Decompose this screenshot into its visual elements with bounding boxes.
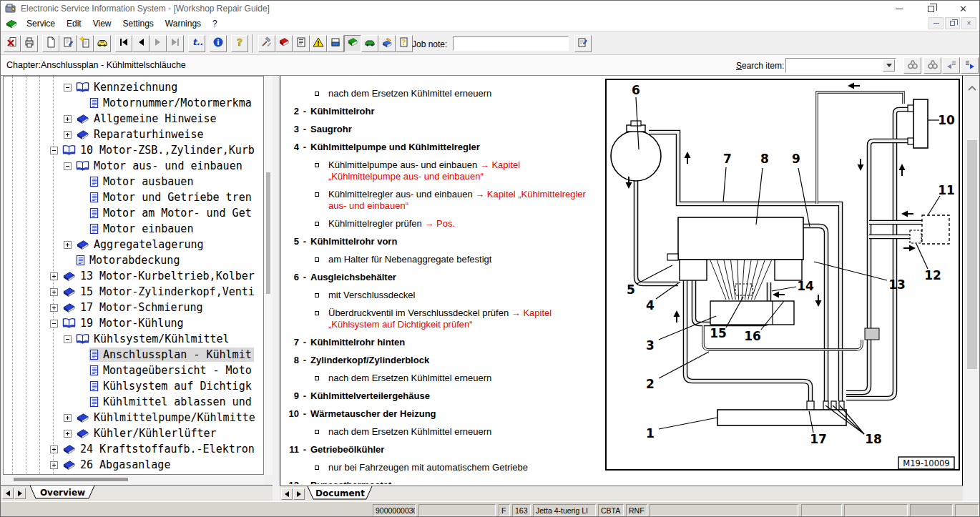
new-document-button[interactable] xyxy=(42,35,59,52)
tree-expander-plus[interactable] xyxy=(64,131,72,139)
tree-expander-plus[interactable] xyxy=(64,241,72,249)
tree-item[interactable]: 17 Motor-Schmierung xyxy=(4,300,263,315)
trace-button[interactable]: t.. xyxy=(188,35,205,52)
menu-warnings[interactable]: Warnings xyxy=(160,17,207,30)
tree-expander-plus[interactable] xyxy=(64,115,72,123)
last-record-button[interactable] xyxy=(167,35,184,52)
previous-hit-button[interactable] xyxy=(942,57,960,74)
tree-item[interactable]: Kennzeichnung xyxy=(4,79,263,95)
tree-item[interactable]: Kühlmittelpumpe/Kühlmitte xyxy=(4,410,263,425)
next-hit-button[interactable] xyxy=(961,57,979,74)
tree-expander-plus[interactable] xyxy=(50,304,58,312)
window-restore-button[interactable] xyxy=(915,1,947,16)
info-button[interactable]: i xyxy=(210,35,227,52)
tree-horizontal-scrollbar[interactable] xyxy=(1,475,264,485)
tree-expander-plus[interactable] xyxy=(64,414,72,422)
tree-expander-plus[interactable] xyxy=(50,272,58,280)
tree-item[interactable]: Motorabdeckung xyxy=(4,252,263,268)
tree-item[interactable]: 13 Motor-Kurbeltrieb,Kolber xyxy=(4,268,263,284)
workshop-guide-button[interactable] xyxy=(344,35,361,52)
tree-item[interactable]: Reparaturhinweise xyxy=(4,127,263,142)
tree-expander-plus[interactable] xyxy=(50,445,58,453)
doc-icon xyxy=(89,176,99,187)
help-button[interactable]: ? xyxy=(231,35,248,52)
tree-item[interactable]: Motor einbauen xyxy=(4,221,263,237)
tree-item[interactable]: Kühler/Kühlerlüfter xyxy=(4,425,263,441)
tree-expander-minus[interactable] xyxy=(50,147,58,154)
tree-item[interactable]: Motor aus- und einbauen xyxy=(4,158,263,174)
document-restore-button[interactable] xyxy=(945,17,960,29)
next-record-button[interactable] xyxy=(150,35,167,52)
job-note-input[interactable] xyxy=(453,36,569,51)
tab-scroll-left-button[interactable] xyxy=(2,488,14,499)
repair-manual-button[interactable] xyxy=(275,35,293,52)
tree-item[interactable]: Aggregatelagerung xyxy=(4,237,263,252)
tools-button[interactable] xyxy=(258,35,275,52)
tree-expander-minus[interactable] xyxy=(50,320,58,328)
status-cell-jetta-4-tuerig-li: Jetta 4-tuerig LI xyxy=(533,504,596,516)
tree-item[interactable]: 19 Motor-Kühlung xyxy=(4,315,263,331)
service-book-button[interactable] xyxy=(378,35,396,52)
job-note-edit-button[interactable] xyxy=(574,35,592,52)
exit-button[interactable] xyxy=(4,35,21,52)
window-close-button[interactable]: ✕ xyxy=(947,1,979,16)
tree-item[interactable]: 26 Abgasanlage xyxy=(4,457,263,473)
combo-dropdown-button[interactable] xyxy=(883,59,895,72)
tree-item[interactable]: 15 Motor-Zylinderkopf,Venti xyxy=(4,284,263,300)
tree-expander-plus[interactable] xyxy=(64,430,72,438)
tree-item[interactable]: Kühlmittel ablassen und xyxy=(4,394,263,410)
search-button[interactable] xyxy=(903,57,921,74)
tree-expander-minus[interactable] xyxy=(64,335,72,343)
doc-tab-scroll-right-button[interactable] xyxy=(293,488,305,500)
print-button[interactable] xyxy=(21,35,38,52)
tree-item[interactable]: 24 Kraftstoffaufb.-Elektron xyxy=(4,441,263,457)
warnings-button[interactable] xyxy=(310,35,327,52)
tree-item[interactable]: Motor ausbauen xyxy=(4,174,263,189)
panel-icon xyxy=(330,36,341,51)
tree-item-selected[interactable]: Anschlussplan - Kühlmit xyxy=(4,347,263,363)
tree-expander-minus[interactable] xyxy=(64,84,72,92)
edit-document-button[interactable] xyxy=(59,35,77,52)
vehicle-button[interactable] xyxy=(94,35,111,52)
new-note-button[interactable] xyxy=(77,35,94,52)
callout-number: 13 xyxy=(888,277,906,292)
document-minimize-button[interactable] xyxy=(928,17,944,29)
tree-item[interactable]: Montageübersicht - Moto xyxy=(4,363,263,378)
menu-settings[interactable]: Settings xyxy=(117,17,160,30)
doc-link[interactable]: → Pos. xyxy=(424,218,455,229)
doc-tab-scroll-left-button[interactable] xyxy=(281,488,293,500)
panel-button[interactable] xyxy=(327,35,344,52)
document-close-button[interactable]: × xyxy=(961,17,976,29)
svg-text:?: ? xyxy=(401,38,406,47)
tree-item[interactable]: Motor und Getriebe tren xyxy=(4,189,263,205)
menu-[interactable]: ? xyxy=(207,17,223,30)
tab-scroll-right-button[interactable] xyxy=(14,488,26,499)
tree-item-label: Allgemeine Hinweise xyxy=(94,112,217,125)
search-again-button[interactable] xyxy=(923,57,941,74)
menu-view[interactable]: View xyxy=(87,17,117,30)
bullet-square-icon xyxy=(315,92,319,96)
doc-heading-9: 9-Kühlmittelverteilergehäuse xyxy=(282,390,602,402)
previous-record-button[interactable] xyxy=(132,35,150,52)
search-item-combobox[interactable] xyxy=(785,58,896,73)
menu-service[interactable]: Service xyxy=(21,17,61,30)
document-help-button[interactable]: ? xyxy=(396,35,413,52)
tree-item[interactable]: Motornummer/Motormerkma xyxy=(4,95,263,111)
menu-edit[interactable]: Edit xyxy=(61,17,87,30)
tree-expander-minus[interactable] xyxy=(64,162,72,170)
window-minimize-button[interactable] xyxy=(883,1,915,16)
tree-item[interactable]: Kühlsystem/Kühlmittel xyxy=(4,331,263,347)
vehicle-data-button[interactable] xyxy=(361,35,378,52)
document-vertical-scrollbar[interactable] xyxy=(965,76,979,501)
tree-expander-plus[interactable] xyxy=(50,288,58,296)
doc-heading-title: Kühlmittelverteilergehäuse xyxy=(310,390,430,402)
tree-expander-plus[interactable] xyxy=(50,461,58,469)
tree-item[interactable]: 10 Motor-ZSB.,Zylinder,Kurb xyxy=(4,142,263,158)
doc-bullet-text: nach dem Ersetzen Kühlmittel erneuern xyxy=(328,88,491,99)
tree-item[interactable]: Motor am Motor- und Get xyxy=(4,205,263,221)
first-record-button[interactable] xyxy=(115,35,132,52)
document-list-button[interactable] xyxy=(293,35,310,52)
tree-item[interactable]: Kühlsystem auf Dichtigk xyxy=(4,378,263,394)
tree-item[interactable]: Allgemeine Hinweise xyxy=(4,111,263,127)
tree-vertical-scrollbar[interactable] xyxy=(264,76,273,475)
